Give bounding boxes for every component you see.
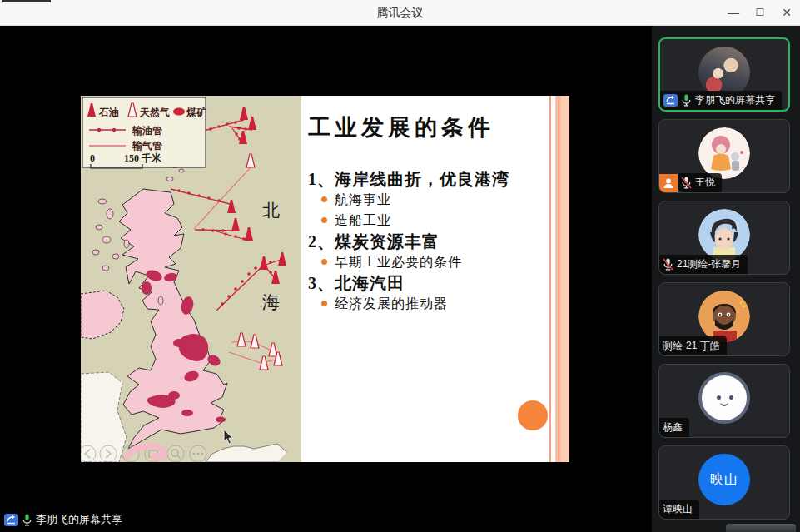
microphone-muted-icon xyxy=(663,258,673,271)
map-legend: 石油 天然气 煤矿 输油管 输气管 0 150 千米 xyxy=(82,97,206,168)
participant-tile-zhangxinyue[interactable]: 21测绘-张馨月 xyxy=(658,201,790,275)
participant-name: 21测绘-张馨月 xyxy=(677,257,741,271)
avatar: 映山 xyxy=(698,454,750,505)
minimize-button[interactable]: — xyxy=(720,0,747,26)
close-button[interactable]: ✕ xyxy=(773,0,800,26)
avatar xyxy=(698,209,750,261)
britain-resources-map: 北 海 石油 天然气 煤矿 输油管 输气管 0 150 xyxy=(81,96,301,462)
microphone-on-icon xyxy=(681,94,692,107)
slide-subitem: 造船工业 xyxy=(308,211,558,230)
mouse-cursor xyxy=(223,429,235,445)
slide-item-1: 1、海岸线曲折，优良港湾 xyxy=(308,169,558,189)
svg-text:煤矿: 煤矿 xyxy=(186,107,206,118)
slide-orange-circle xyxy=(518,400,548,430)
svg-text:天然气: 天然气 xyxy=(139,107,170,118)
screen-share-icon xyxy=(4,514,18,526)
participants-panel: 李朋飞的屏幕共享 xyxy=(652,26,800,532)
bullet-icon xyxy=(321,259,327,265)
participant-name: 测绘-21-丁皓 xyxy=(663,339,720,353)
tencent-meeting-window: 腾讯会议 — ☐ ✕ xyxy=(0,0,800,532)
slide-subitem: 航海事业 xyxy=(308,190,558,209)
screen-share-icon xyxy=(663,94,678,107)
participant-name: 杨鑫 xyxy=(663,420,683,435)
avatar xyxy=(698,127,750,179)
participant-tile-lipengfei[interactable]: 李朋飞的屏幕共享 xyxy=(658,37,790,112)
participant-tile-yangxin[interactable]: 杨鑫 xyxy=(658,364,790,438)
svg-text:0: 0 xyxy=(90,152,95,164)
presentation-slide: 北 海 石油 天然气 煤矿 输油管 输气管 0 150 xyxy=(81,96,569,462)
slide-title: 工业发展的条件 xyxy=(308,112,558,142)
host-badge-icon xyxy=(659,174,678,192)
next-tile-peek xyxy=(726,524,796,532)
screen-share-banner-label: 李朋飞的屏幕共享 xyxy=(36,512,122,527)
maximize-button[interactable]: ☐ xyxy=(747,0,773,26)
svg-text:输油管: 输油管 xyxy=(132,125,162,137)
avatar-initials: 映山 xyxy=(710,471,738,489)
slide-text-block: 工业发展的条件 1、海岸线曲折，优良港湾 航海事业 造船工业 2、煤炭资源丰富 … xyxy=(308,112,558,315)
avatar xyxy=(698,291,750,342)
window-title: 腾讯会议 xyxy=(0,0,800,26)
sea-label-north: 北 xyxy=(262,201,280,221)
participant-tile-dinghao[interactable]: 测绘-21-丁皓 xyxy=(658,282,790,356)
slide-item-3: 3、北海汽田 xyxy=(308,273,558,293)
svg-text:输气管: 输气管 xyxy=(132,140,162,152)
participant-name: 王悦 xyxy=(695,176,715,190)
screen-share-stage: 北 海 石油 天然气 煤矿 输油管 输气管 0 150 xyxy=(0,26,652,532)
titlebar: 腾讯会议 — ☐ ✕ xyxy=(0,0,800,26)
bullet-icon xyxy=(321,217,327,223)
sea-label-sea: 海 xyxy=(262,292,280,312)
slide-subitem: 经济发展的推动器 xyxy=(308,294,558,313)
microphone-muted-icon xyxy=(681,177,692,189)
microphone-on-icon xyxy=(22,514,32,526)
svg-text:150 千米: 150 千米 xyxy=(124,152,161,164)
slide-edge-stripes xyxy=(547,96,569,462)
bullet-icon xyxy=(321,301,327,306)
svg-text:石油: 石油 xyxy=(98,107,119,118)
participant-name: 谭映山 xyxy=(663,502,693,516)
participant-tile-wangyue[interactable]: 王悦 xyxy=(658,119,790,193)
slide-subitem: 早期工业必要的条件 xyxy=(308,252,558,271)
avatar xyxy=(698,372,750,424)
participant-name: 李朋飞的屏幕共享 xyxy=(695,93,775,107)
slide-item-2: 2、煤炭资源丰富 xyxy=(308,231,558,251)
participant-tile-tanyingshan[interactable]: 映山 谭映山 xyxy=(658,445,790,520)
bullet-icon xyxy=(321,196,327,202)
screen-share-banner: 李朋飞的屏幕共享 xyxy=(2,510,129,529)
